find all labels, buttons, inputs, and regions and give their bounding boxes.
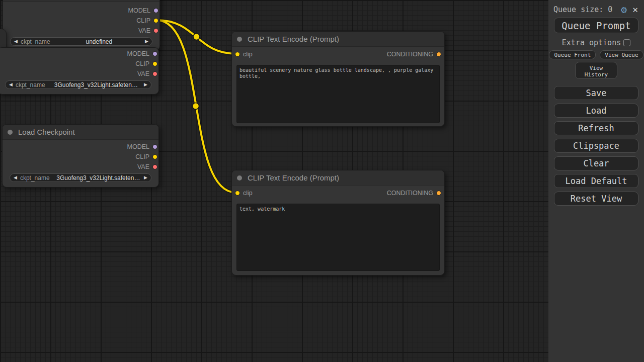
- comfy-menu-panel: Queue size: 0 ⚙ ✕ Queue Prompt Extra opt…: [548, 0, 644, 362]
- model-output-dot[interactable]: [152, 144, 157, 149]
- vae-output-dot[interactable]: [152, 164, 157, 169]
- view-queue-button[interactable]: View Queue: [600, 50, 643, 59]
- widget-prev-icon[interactable]: ◀: [9, 82, 13, 87]
- prompt-textarea[interactable]: text, watermark: [236, 204, 440, 271]
- queue-front-button[interactable]: Queue Front: [549, 50, 596, 59]
- prompt-textarea[interactable]: beautiful scenery nature glass bottle la…: [236, 65, 440, 123]
- save-button[interactable]: Save: [554, 86, 638, 100]
- widget-value: 3Guofeng3_v32Light.safeten…: [48, 81, 144, 88]
- model-output-dot[interactable]: [152, 51, 157, 56]
- output-slot-label: CONDITIONING: [387, 51, 433, 58]
- input-slot-label: clip: [243, 51, 253, 58]
- reset-view-button[interactable]: Reset View: [554, 192, 638, 206]
- slot-label: MODEL: [127, 143, 149, 150]
- port-row: clip CONDITIONING: [232, 47, 444, 62]
- widget-name: ckpt_name: [16, 81, 45, 88]
- input-slot-label: clip: [243, 190, 253, 197]
- node-title-bar[interactable]: CLIP Text Encode (Prompt): [232, 170, 444, 186]
- slot-label: CLIP: [135, 60, 149, 67]
- view-history-label: View: [576, 65, 617, 71]
- output-slot-vae[interactable]: VAE: [3, 26, 159, 36]
- output-slot-clip[interactable]: CLIP: [0, 59, 158, 69]
- widget-name: ckpt_name: [21, 38, 50, 45]
- output-slot-model[interactable]: MODEL: [0, 49, 158, 59]
- link-midpoint-dot[interactable]: [193, 103, 199, 110]
- node-title-bar[interactable]: CLIP Text Encode (Prompt): [232, 32, 444, 47]
- collapse-dot-icon[interactable]: [237, 37, 242, 42]
- ckpt-name-widget[interactable]: ◀ ckpt_name undefined ▶: [10, 37, 152, 46]
- slot-label: VAE: [137, 70, 149, 77]
- port-row: clip CONDITIONING: [232, 186, 444, 201]
- node-title: CLIP Text Encode (Prompt): [248, 35, 339, 43]
- node-title: CLIP Text Encode (Prompt): [248, 173, 339, 182]
- slot-label: VAE: [138, 27, 150, 34]
- load-checkpoint-node-mid[interactable]: MODEL CLIP VAE ◀ ckpt_name 3Guofeng3_v32…: [0, 47, 159, 95]
- slot-label: MODEL: [127, 50, 149, 57]
- output-slot-label: CONDITIONING: [387, 190, 433, 197]
- widget-value: 3Guofeng3_v32Light.safeten…: [53, 174, 144, 182]
- extra-options-checkbox[interactable]: [623, 39, 630, 46]
- node-graph-canvas[interactable]: MODEL CLIP VAE ◀ ckpt_name 3Guofeng3_v32…: [0, 0, 548, 362]
- widget-prev-icon[interactable]: ◀: [14, 175, 17, 180]
- clipspace-button[interactable]: Clipspace: [554, 139, 638, 153]
- vae-output-dot[interactable]: [153, 28, 158, 33]
- extra-options-label: Extra options: [562, 38, 621, 47]
- slot-label: VAE: [137, 163, 149, 170]
- widget-next-icon[interactable]: ▶: [144, 175, 147, 180]
- refresh-button[interactable]: Refresh: [554, 121, 638, 135]
- load-button[interactable]: Load: [554, 104, 638, 118]
- ckpt-name-widget[interactable]: ◀ ckpt_name 3Guofeng3_v32Light.safeten… …: [5, 80, 151, 89]
- slot-label: CLIP: [135, 153, 149, 160]
- clear-button[interactable]: Clear: [554, 156, 638, 170]
- widget-next-icon[interactable]: ▶: [144, 82, 147, 87]
- clip-output-dot[interactable]: [153, 18, 158, 23]
- load-checkpoint-node-top[interactable]: MODEL CLIP VAE ◀ ckpt_name undefined ▶: [3, 0, 160, 51]
- widget-next-icon[interactable]: ▶: [145, 39, 148, 44]
- conditioning-output-dot[interactable]: [436, 52, 441, 57]
- vae-output-dot[interactable]: [152, 71, 157, 76]
- view-history-label: History: [576, 71, 617, 78]
- load-default-button[interactable]: Load Default: [554, 174, 638, 188]
- slot-label: CLIP: [136, 17, 150, 24]
- load-checkpoint-node[interactable]: Load Checkpoint MODEL CLIP VAE ◀ ckpt_na…: [2, 124, 159, 188]
- slot-label: MODEL: [128, 7, 150, 14]
- queue-size-label: Queue size: 0: [553, 5, 621, 14]
- view-history-button[interactable]: View History: [575, 62, 617, 79]
- output-slot-clip[interactable]: CLIP: [3, 152, 158, 162]
- settings-gear-icon[interactable]: ⚙: [621, 5, 627, 15]
- output-slot-vae[interactable]: VAE: [0, 69, 158, 79]
- close-icon[interactable]: ✕: [631, 5, 639, 14]
- clip-text-encode-node-positive[interactable]: CLIP Text Encode (Prompt) clip CONDITION…: [231, 31, 445, 127]
- widget-name: ckpt_name: [20, 174, 50, 182]
- queue-prompt-button[interactable]: Queue Prompt: [554, 18, 638, 33]
- clip-output-dot[interactable]: [152, 61, 157, 66]
- link-midpoint-dot[interactable]: [193, 34, 200, 40]
- output-slot-model[interactable]: MODEL: [3, 6, 159, 16]
- node-title-bar[interactable]: Load Checkpoint: [3, 125, 158, 140]
- widget-prev-icon[interactable]: ◀: [14, 39, 18, 44]
- node-title: Load Checkpoint: [18, 128, 75, 136]
- clip-output-dot[interactable]: [152, 154, 157, 159]
- conditioning-output-dot[interactable]: [436, 191, 441, 196]
- clip-input-dot[interactable]: [235, 191, 240, 196]
- clip-text-encode-node-negative[interactable]: CLIP Text Encode (Prompt) clip CONDITION…: [231, 170, 445, 276]
- model-output-dot[interactable]: [153, 8, 158, 13]
- widget-value: undefined: [53, 38, 145, 45]
- output-slot-model[interactable]: MODEL: [3, 142, 158, 152]
- collapse-dot-icon[interactable]: [8, 130, 13, 135]
- collapse-dot-icon[interactable]: [237, 175, 242, 180]
- output-slot-clip[interactable]: CLIP: [3, 16, 159, 26]
- output-slot-vae[interactable]: VAE: [3, 162, 158, 172]
- clip-input-dot[interactable]: [235, 52, 240, 57]
- ckpt-name-widget[interactable]: ◀ ckpt_name 3Guofeng3_v32Light.safeten… …: [10, 173, 151, 182]
